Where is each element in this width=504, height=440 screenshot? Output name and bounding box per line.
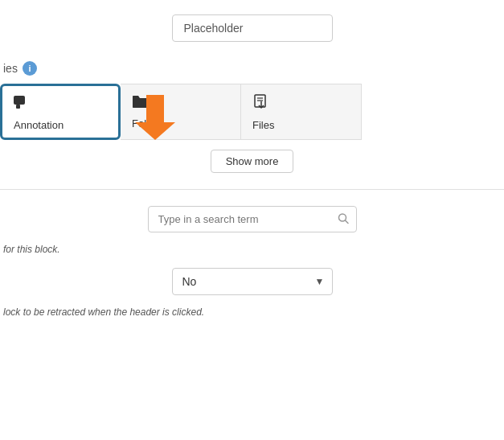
type-section: ies i Annotation — [0, 53, 504, 189]
svg-line-7 — [345, 220, 348, 224]
helper-text: for this block. — [0, 244, 504, 268]
bottom-text-line: lock to be retracted when the header is … — [3, 306, 204, 318]
top-section — [0, 0, 504, 53]
files-label: Files — [252, 119, 274, 131]
info-icon[interactable]: i — [23, 61, 37, 76]
search-input-wrapper — [148, 206, 357, 232]
show-more-row: Show more — [0, 140, 504, 189]
type-card-files[interactable]: Files — [241, 84, 362, 140]
helper-text-line1: for this block. — [3, 244, 60, 255]
search-section — [0, 206, 504, 244]
type-card-annotation[interactable]: Annotation — [0, 84, 121, 140]
type-section-header: ies i — [0, 61, 504, 84]
type-cards: Annotation Folder — [0, 84, 504, 140]
dropdown-section: No Yes ▼ — [0, 268, 504, 306]
show-more-button[interactable]: Show more — [211, 150, 294, 173]
search-icon — [338, 212, 349, 226]
dropdown-wrapper: No Yes ▼ — [172, 268, 333, 295]
page-wrapper: ies i Annotation — [0, 0, 504, 440]
bottom-helper-text: lock to be retracted when the header is … — [0, 306, 504, 318]
folder-label: Folder — [132, 117, 162, 130]
search-input[interactable] — [148, 206, 357, 232]
type-label: ies — [3, 62, 18, 75]
annotation-label: Annotation — [14, 119, 64, 131]
placeholder-input[interactable] — [172, 14, 333, 42]
folder-icon — [132, 94, 150, 113]
files-icon — [252, 94, 270, 114]
svg-rect-1 — [16, 105, 20, 109]
annotation-icon — [14, 96, 30, 114]
dropdown-select[interactable]: No Yes — [172, 268, 333, 295]
svg-rect-0 — [14, 96, 25, 105]
divider — [0, 189, 504, 190]
type-card-folder[interactable]: Folder — [121, 84, 241, 140]
